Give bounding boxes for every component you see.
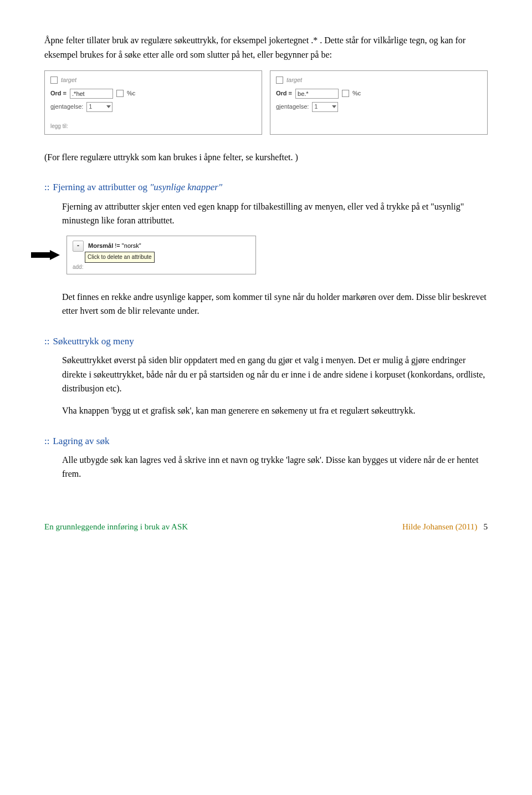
- chevron-down-icon: [332, 105, 336, 108]
- fjerning-p2: Det finnes en rekke andre usynlige kappe…: [62, 290, 488, 318]
- percent-c-label: %c: [127, 89, 135, 99]
- ord-label: Ord =: [276, 89, 292, 99]
- heading-lagring-text: Lagring av søk: [53, 434, 109, 449]
- sokeuttrykk-p2: Vha knappen 'bygg ut et grafisk søk', ka…: [62, 404, 488, 418]
- heading-sokeuttrykk: :: Søkeuttrykk og meny: [44, 334, 488, 349]
- target-row: target: [50, 75, 256, 85]
- fjerning-p1: Fjerning av attributter skjer enten ved …: [62, 200, 488, 228]
- target-checkbox[interactable]: [276, 77, 283, 84]
- gjentagelse-value: 1: [314, 102, 318, 112]
- gjentagelse-label: gjentagelse:: [276, 102, 309, 112]
- delete-attribute-panel: - Morsmål != "norsk" Click to delete an …: [66, 236, 256, 274]
- heading-fjerning: :: Fjerning av attributter og "usynlige …: [44, 180, 488, 195]
- search-panel-right: target Ord = %c gjentagelse: 1: [270, 70, 488, 135]
- chevron-down-icon: [106, 105, 111, 108]
- gjentagelse-row-left: gjentagelse: 1: [50, 102, 256, 112]
- ord-input-left[interactable]: [70, 89, 113, 99]
- legg-til-label: legg til:: [50, 122, 256, 131]
- target-label: target: [287, 75, 302, 85]
- ord-row-right: Ord = %c: [276, 89, 482, 99]
- target-row: target: [276, 75, 482, 85]
- intro-paragraph: Åpne felter tillater bruk av regulære sø…: [44, 33, 488, 62]
- gjentagelse-select-left[interactable]: 1: [86, 102, 112, 112]
- gjentagelse-value: 1: [89, 102, 92, 112]
- gjentagelse-label: gjentagelse:: [50, 102, 83, 112]
- attribute-op: !=: [115, 242, 120, 249]
- delete-tooltip: Click to delete an attribute: [85, 252, 155, 263]
- heading-lagring: :: Lagring av søk: [44, 434, 488, 449]
- panel-row: target Ord = %c gjentagelse: 1 legg til:: [44, 70, 488, 135]
- percent-c-checkbox[interactable]: [116, 90, 124, 97]
- footer-title: En grunnleggende innføring i bruk av ASK: [44, 520, 188, 533]
- attribute-name: Morsmål: [88, 242, 113, 249]
- target-label: target: [61, 75, 76, 85]
- footer: En grunnleggende innføring i bruk av ASK…: [44, 520, 488, 533]
- percent-c-label: %c: [352, 89, 361, 99]
- page-number: 5: [484, 522, 488, 531]
- delete-attribute-button[interactable]: -: [73, 241, 84, 252]
- footer-author-name: Hilde Johansen (2011): [402, 522, 477, 531]
- percent-c-checkbox[interactable]: [342, 90, 349, 97]
- attribute-value: "norsk": [122, 242, 141, 249]
- heading-fjerning-text: Fjerning av attributter og: [53, 182, 150, 192]
- gjentagelse-select-right[interactable]: 1: [312, 102, 338, 112]
- sokeuttrykk-p1: Søkeuttrykket øverst på siden blir oppda…: [62, 353, 488, 396]
- svg-marker-0: [31, 250, 60, 260]
- ord-label: Ord =: [50, 89, 66, 99]
- ord-input-right[interactable]: [295, 89, 339, 99]
- heading-sokeuttrykk-text: Søkeuttrykk og meny: [53, 334, 134, 349]
- target-checkbox[interactable]: [50, 77, 58, 84]
- search-panel-left: target Ord = %c gjentagelse: 1 legg til:: [44, 70, 262, 135]
- delete-panel-wrap: - Morsmål != "norsk" Click to delete an …: [31, 236, 488, 274]
- lagring-p1: Alle utbygde søk kan lagres ved å skrive…: [62, 453, 488, 481]
- heading-fjerning-ital: "usynlige knapper": [150, 182, 222, 192]
- double-colon: ::: [44, 180, 49, 195]
- footer-author: Hilde Johansen (2011) 5: [402, 520, 488, 533]
- double-colon: ::: [44, 434, 49, 449]
- arrow-right-icon: [31, 250, 60, 260]
- note-after-panels: (For flere regulære uttrykk som kan bruk…: [44, 150, 488, 165]
- double-colon: ::: [44, 334, 49, 349]
- add-label: add:: [73, 263, 250, 272]
- ord-row-left: Ord = %c: [50, 89, 256, 99]
- gjentagelse-row-right: gjentagelse: 1: [276, 102, 482, 112]
